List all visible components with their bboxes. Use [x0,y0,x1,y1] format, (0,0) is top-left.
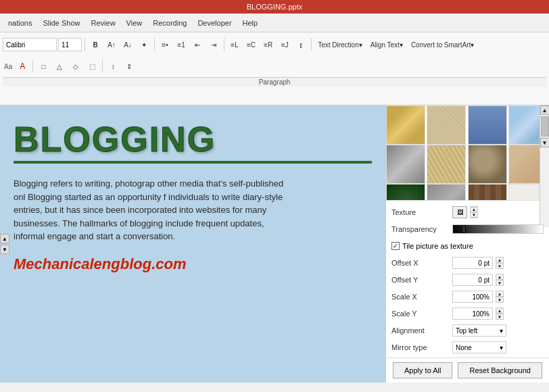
toolbar-separator-3 [224,39,224,51]
tile-checkbox-row: ✓ Tile picture as texture [391,242,473,250]
menu-review[interactable]: Review [86,16,121,30]
tile-label: Tile picture as texture [402,242,473,250]
texture-cell-t1[interactable] [386,105,425,145]
clear-format-button[interactable]: ✦ [137,37,151,52]
transparency-label: Transparency [391,225,452,233]
title-bar: BLOGGING.pptx [0,0,549,14]
mirror-dropdown[interactable]: None ▾ [452,341,506,353]
text-box-button[interactable]: □ [36,59,51,74]
transparency-thumb[interactable] [462,225,466,233]
scale-x-down[interactable]: ▼ [496,297,504,303]
toolbar-separator-2 [154,39,155,51]
font-name-input[interactable] [3,38,57,51]
slide-content: ▲ ▼ BLOGGING Blogging refers to writing,… [0,105,385,383]
main-area: ▲ ▼ BLOGGING Blogging refers to writing,… [0,105,549,383]
numbering-button[interactable]: ≡1 [174,37,189,52]
shape-button[interactable]: △ [52,59,67,74]
menu-recording[interactable]: Recording [147,16,192,30]
offset-x-down[interactable]: ▼ [496,263,504,269]
indent-more-button[interactable]: ⇥ [206,37,221,52]
scroll-thumb[interactable] [541,116,549,137]
texture-grid [386,105,549,201]
bold-button[interactable]: B [88,37,103,52]
texture-scrollbar: ▲ ▼ [540,105,549,227]
scroll-down-btn[interactable]: ▼ [0,245,9,254]
apply-all-button[interactable]: Apply to All [393,362,452,378]
offset-x-up[interactable]: ▲ [496,257,504,263]
tex-down[interactable]: ▼ [470,212,478,218]
texture-panel: ▲ ▼ Texture 🖼 ▲ ▼ Transparency [385,105,549,383]
text-direction-button[interactable]: Text Direction ▾ [314,37,366,52]
texture-spinner[interactable]: ▲ ▼ [470,206,478,218]
scale-y-input[interactable] [452,308,493,320]
align-text-button[interactable]: Align Text ▾ [367,37,406,52]
line-spacing-button[interactable]: ↕ [105,59,120,74]
scale-x-row: Scale X ▲ ▼ [391,289,544,305]
scale-y-up[interactable]: ▲ [496,308,504,314]
left-scroll: ▲ ▼ [0,234,9,254]
menu-developer[interactable]: Developer [192,16,237,30]
align-center-button[interactable]: ≡C [243,37,259,52]
texture-cell-t7[interactable] [468,145,507,184]
texture-value: 🖼 ▲ ▼ [452,206,544,218]
texture-cell-t10[interactable] [427,184,466,201]
bullets-button[interactable]: ≡• [158,37,172,52]
toolbar-separator-6 [102,60,103,72]
scroll-up-btn[interactable]: ▲ [0,234,9,243]
slide-body: Blogging refers to writing, photograp ot… [0,170,297,250]
col-button[interactable]: ⫿ [293,37,308,52]
indent-less-button[interactable]: ⇤ [190,37,205,52]
scale-y-value: ▲ ▼ [452,308,544,320]
scale-y-down[interactable]: ▼ [496,314,504,320]
menu-view[interactable]: View [121,16,148,30]
para-spacing-button[interactable]: ⇕ [122,59,137,74]
offset-y-value: ▲ ▼ [452,274,544,286]
toolbar-separator-5 [32,60,33,72]
offset-x-value: ▲ ▼ [452,257,544,269]
menu-slideshow[interactable]: Slide Show [37,16,85,30]
smartart-button[interactable]: Convert to SmartArt ▾ [408,37,477,52]
shape3-button[interactable]: ⬚ [85,59,99,74]
texture-icon-btn[interactable]: 🖼 [452,206,467,218]
texture-cell-t3[interactable] [468,105,507,145]
offset-y-spin: ▲ ▼ [496,274,504,286]
tex-up[interactable]: ▲ [470,207,478,212]
scroll-up-texture[interactable]: ▲ [540,105,550,115]
menu-help[interactable]: Help [237,16,264,30]
font-color-a[interactable]: A [15,59,30,74]
alignment-dropdown[interactable]: Top left ▾ [452,324,506,337]
transparency-slider[interactable] [452,224,544,234]
tile-checkbox[interactable]: ✓ [391,242,400,250]
slide-underline [14,161,372,164]
scale-y-row: Scale Y ▲ ▼ [391,305,544,322]
alignment-chevron-icon: ▾ [500,327,503,335]
mirror-chevron-icon: ▾ [500,344,503,351]
shape2-button[interactable]: ◇ [68,59,83,74]
offset-x-label: Offset X [391,259,452,267]
offset-y-input[interactable] [452,274,493,286]
texture-cell-t9[interactable] [386,184,425,201]
offset-y-down[interactable]: ▼ [496,280,504,286]
reset-background-button[interactable]: Reset Background [458,362,542,378]
align-left-button[interactable]: ≡L [227,37,242,52]
scale-x-up[interactable]: ▲ [496,291,504,297]
texture-cell-t6[interactable] [427,145,466,184]
font-size-input[interactable] [58,38,82,51]
scale-x-label: Scale X [391,293,452,301]
texture-cell-t11[interactable] [468,184,507,201]
align-justify-button[interactable]: ≡J [277,37,292,52]
toolbar: B A↑ A↓ ✦ ≡• ≡1 ⇤ ⇥ ≡L ≡C ≡R ≡J ⫿ Text D… [0,32,549,105]
offset-y-row: Offset Y ▲ ▼ [391,272,544,288]
scale-x-input[interactable] [452,291,493,303]
shrink-font-button[interactable]: A↓ [120,37,135,52]
menu-nations[interactable]: nations [3,16,37,30]
offset-y-up[interactable]: ▲ [496,274,504,280]
grow-font-button[interactable]: A↑ [104,37,119,52]
texture-label: Texture [391,208,452,216]
offset-x-input[interactable] [452,257,493,269]
align-right-button[interactable]: ≡R [260,37,276,52]
scale-y-label: Scale Y [391,310,452,318]
scroll-down-texture[interactable]: ▼ [540,138,550,147]
texture-cell-t2[interactable] [427,105,466,145]
texture-cell-t5[interactable] [386,145,425,184]
